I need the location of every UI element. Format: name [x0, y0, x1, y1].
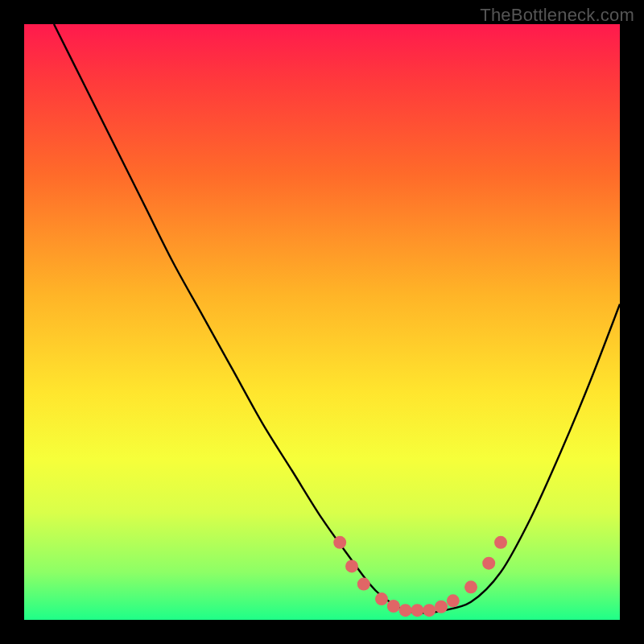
data-marker	[464, 580, 477, 593]
data-marker	[357, 578, 370, 591]
data-marker	[423, 604, 436, 617]
data-marker	[435, 601, 448, 613]
data-marker	[494, 536, 507, 549]
chart-svg	[24, 24, 620, 620]
data-marker	[375, 592, 388, 605]
marker-group	[333, 536, 507, 617]
data-marker	[447, 594, 460, 607]
data-marker	[387, 600, 400, 613]
watermark-text: TheBottleneck.com	[480, 5, 634, 26]
data-marker	[411, 604, 423, 617]
data-marker	[345, 559, 358, 572]
data-marker	[482, 557, 495, 570]
chart-frame: TheBottleneck.com	[0, 0, 644, 644]
plot-area	[24, 24, 620, 620]
bottleneck-curve	[54, 24, 620, 613]
data-marker	[333, 536, 346, 549]
data-marker	[399, 604, 412, 617]
